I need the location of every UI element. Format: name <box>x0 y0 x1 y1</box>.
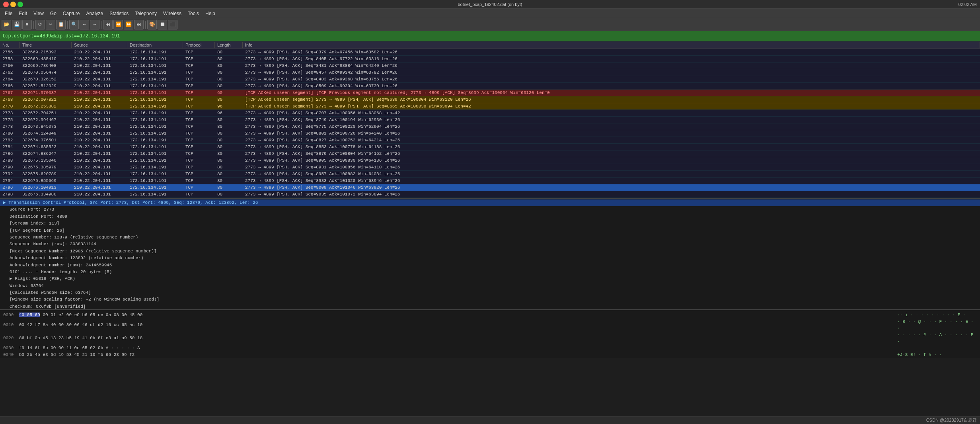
cell-info: 2773 → 4899 [PSH, ACK] Seq=8509 Ack=9939… <box>243 83 980 89</box>
col-header-destination[interactable]: Destination <box>127 42 183 48</box>
cell-info: [TCP ACKed unseen segment] [TCP Previous… <box>243 90 980 96</box>
cell-time: 322676.104913 <box>20 185 72 190</box>
menu-item-file[interactable]: File <box>2 10 16 17</box>
table-row[interactable]: 2758322669.485410210.22.204.101172.16.13… <box>0 56 980 63</box>
cell-source: 210.22.204.101 <box>72 164 127 170</box>
packet-list-header: No.TimeSourceDestinationProtocolLengthIn… <box>0 41 980 49</box>
toolbar-last[interactable]: ⏭ <box>134 20 144 29</box>
cell-info: 2773 → 4899 [PSH, ACK] Seq=8483 Ack=9936… <box>243 76 980 82</box>
menu-item-go[interactable]: Go <box>47 10 60 17</box>
cell-length: 96 <box>215 110 243 116</box>
table-row[interactable]: 2788322675.135040210.22.204.101172.16.13… <box>0 157 980 164</box>
table-row[interactable]: 2778322673.845073210.22.204.101172.16.13… <box>0 123 980 130</box>
toolbar-close[interactable]: ✖ <box>22 20 32 29</box>
toolbar-stop[interactable]: ⬛ <box>168 20 177 29</box>
cell-length: 80 <box>215 117 243 123</box>
cell-protocol: TCP <box>183 49 215 55</box>
cell-protocol: TCP <box>183 76 215 82</box>
detail-line: [Stream index: 113] <box>0 220 980 227</box>
table-row[interactable]: 2773322672.704251210.22.204.101172.16.13… <box>0 110 980 117</box>
cell-source: 210.22.204.101 <box>72 144 127 150</box>
col-header-protocol[interactable]: Protocol <box>183 42 215 48</box>
minimize-button[interactable] <box>10 2 16 7</box>
menu-item-view[interactable]: View <box>30 10 47 17</box>
cell-destination: 172.16.134.191 <box>127 104 183 109</box>
cell-destination: 172.16.134.191 <box>127 131 183 136</box>
table-row[interactable]: 2767322671.970037210.22.204.101172.16.13… <box>0 90 980 96</box>
toolbar-first[interactable]: ⏮ <box>103 20 113 29</box>
table-row[interactable]: 2794322675.855669210.22.204.101172.16.13… <box>0 178 980 184</box>
detail-header[interactable]: ▶ Transmission Control Protocol, Src Por… <box>0 199 980 206</box>
menu-item-analyze[interactable]: Analyze <box>83 10 107 17</box>
table-row[interactable]: 2790322675.385979210.22.204.101172.16.13… <box>0 164 980 171</box>
cell-destination: 172.16.134.191 <box>127 124 183 129</box>
filter-bar[interactable]: tcp.dstport==4899&&ip.dst==172.16.134.19… <box>0 31 980 41</box>
col-header-source[interactable]: Source <box>72 42 127 48</box>
cell-no: 2773 <box>0 110 20 116</box>
toolbar-grid[interactable]: 🔲 <box>158 20 167 29</box>
menu-item-wireless[interactable]: Wireless <box>160 10 185 17</box>
cell-destination: 172.16.134.191 <box>127 117 183 123</box>
cell-protocol: TCP <box>183 83 215 89</box>
menu-item-capture[interactable]: Capture <box>60 10 83 17</box>
toolbar-search[interactable]: 🔍 <box>69 20 79 29</box>
hex-row: 0030f9 14 6f 8b 00 00 11 0c 65 02 0b A ·… <box>0 345 980 352</box>
col-header-time[interactable]: Time <box>20 42 72 48</box>
toolbar-separator-2 <box>67 21 68 29</box>
toolbar-next[interactable]: ⏩ <box>124 20 133 29</box>
table-row[interactable]: 2762322670.056474210.22.204.101172.16.13… <box>0 69 980 76</box>
table-row[interactable]: 2770322672.253882210.22.204.101172.16.13… <box>0 103 980 110</box>
table-row[interactable]: 2768322672.007821210.22.204.101172.16.13… <box>0 96 980 103</box>
table-row[interactable]: 2784322674.635523210.22.204.101172.16.13… <box>0 144 980 150</box>
cell-no: 2760 <box>0 63 20 68</box>
cell-destination: 172.16.134.191 <box>127 90 183 96</box>
col-header-no.[interactable]: No. <box>0 42 20 48</box>
cell-time: 322669.215393 <box>20 49 72 55</box>
maximize-button[interactable] <box>18 2 23 7</box>
detail-line: Source Port: 2773 <box>0 206 980 213</box>
cell-info: 2773 → 4899 [PSH, ACK] Seq=8707 Ack=1000… <box>243 110 980 116</box>
table-row[interactable]: 2782322674.376501210.22.204.101172.16.13… <box>0 137 980 144</box>
table-row[interactable]: 2798322676.334980210.22.204.101172.16.13… <box>0 191 980 198</box>
menu-item-edit[interactable]: Edit <box>16 10 30 17</box>
cell-length: 80 <box>215 63 243 68</box>
toolbar-prev[interactable]: ⏪ <box>113 20 123 29</box>
menu-item-statistics[interactable]: Statistics <box>106 10 132 17</box>
cell-source: 210.22.204.101 <box>72 151 127 156</box>
menu-item-tools[interactable]: Tools <box>185 10 202 17</box>
table-row[interactable]: 2766322671.512029210.22.204.101172.16.13… <box>0 83 980 90</box>
menu-item-telephony[interactable]: Telephony <box>132 10 160 17</box>
cell-destination: 172.16.134.191 <box>127 70 183 75</box>
toolbar-reload[interactable]: ⟳ <box>35 20 45 29</box>
toolbar-open[interactable]: 📂 <box>2 20 11 29</box>
col-header-info[interactable]: Info <box>243 42 980 48</box>
table-row[interactable]: 2756322669.215393210.22.204.101172.16.13… <box>0 49 980 56</box>
close-button[interactable] <box>3 2 9 7</box>
toolbar-back[interactable]: ← <box>80 20 89 29</box>
table-row[interactable]: 2796322676.104913210.22.204.101172.16.13… <box>0 184 980 191</box>
cell-no: 2796 <box>0 185 20 190</box>
table-row[interactable]: 2760322669.786408210.22.204.101172.16.13… <box>0 63 980 69</box>
cell-info: 2773 → 4899 [PSH, ACK] Seq=9009 Ack=1010… <box>243 185 980 190</box>
toolbar-forward[interactable]: → <box>90 20 99 29</box>
cell-destination: 172.16.134.191 <box>127 83 183 89</box>
cell-length: 80 <box>215 83 243 89</box>
toolbar-save[interactable]: 💾 <box>12 20 21 29</box>
cell-length: 80 <box>215 97 243 102</box>
cell-length: 80 <box>215 144 243 150</box>
toolbar-color[interactable]: 🎨 <box>147 20 157 29</box>
table-row[interactable]: 2786322674.886247210.22.204.101172.16.13… <box>0 150 980 157</box>
table-row[interactable]: 2764322670.326152210.22.204.101172.16.13… <box>0 76 980 83</box>
cell-source: 210.22.204.101 <box>72 49 127 55</box>
table-row[interactable]: 2780322674.124849210.22.204.101172.16.13… <box>0 130 980 137</box>
cell-length: 80 <box>215 70 243 75</box>
menu-item-help[interactable]: Help <box>202 10 218 17</box>
table-row[interactable]: 2775322672.994467210.22.204.101172.16.13… <box>0 117 980 123</box>
cell-destination: 172.16.134.191 <box>127 110 183 116</box>
table-row[interactable]: 2792322675.620789210.22.204.101172.16.13… <box>0 171 980 178</box>
toolbar-copy[interactable]: 📋 <box>56 20 66 29</box>
toolbar-cut[interactable]: ✂ <box>46 20 55 29</box>
hex-offset: 0040 <box>3 352 19 358</box>
col-header-length[interactable]: Length <box>215 42 243 48</box>
cell-destination: 172.16.134.191 <box>127 158 183 163</box>
